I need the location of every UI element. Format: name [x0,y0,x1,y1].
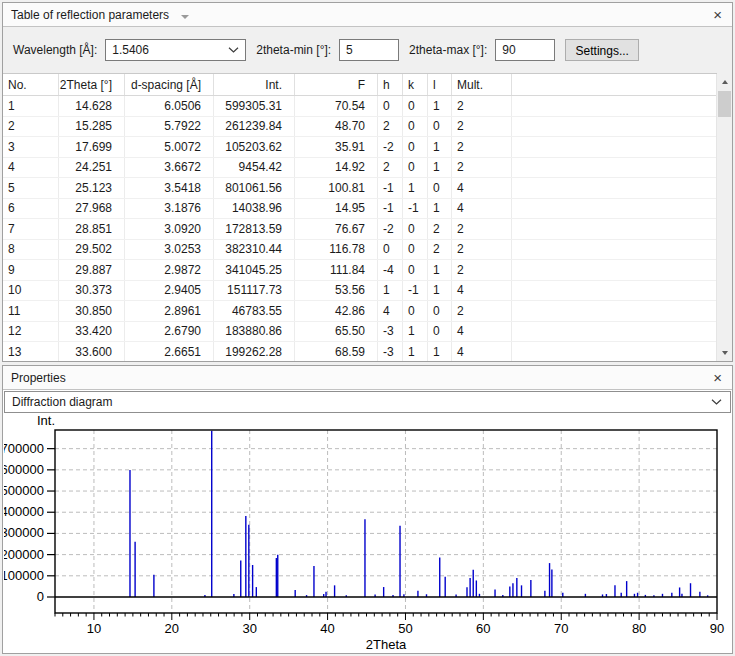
table-cell: 14.628 [59,96,125,116]
table-row[interactable]: 114.6286.0506599305.3170.540012 [3,96,717,117]
x-tick-label: 40 [320,621,334,636]
table-cell: 1 [428,96,452,116]
table-row[interactable]: 525.1233.5418801061.56100.81-1104 [3,178,717,199]
empty-cell [512,158,717,178]
y-tick-label: 600000 [4,462,44,477]
table-row[interactable]: 1130.8502.896146783.5542.864002 [3,301,717,322]
theta-max-value: 90 [502,43,515,57]
table-cell: 2.9872 [125,260,214,280]
chevron-down-icon [228,47,239,53]
theta-max-label: 2theta-max [°]: [409,43,487,57]
table-cell: -2 [378,219,403,239]
column-header: Int. [214,74,295,95]
scroll-down-button[interactable] [717,345,732,361]
x-tick-label: 60 [476,621,490,636]
table-cell: 35.91 [295,137,378,157]
table-cell: 116.78 [295,240,378,260]
properties-panel-close-button[interactable]: × [711,370,724,385]
table-cell: 1 [428,137,452,157]
theta-min-label: 2theta-min [°]: [256,43,331,57]
wavelength-combobox[interactable]: 1.5406 [105,39,246,61]
table-row[interactable]: 1233.4202.6790183880.8665.50-3104 [3,322,717,343]
table-cell: 2 [452,240,512,260]
table-cell: 5.7922 [125,117,214,137]
x-tick-label: 70 [554,621,568,636]
table-cell: -3 [378,322,403,342]
table-row[interactable]: 627.9683.187614038.9614.95-1-114 [3,199,717,220]
table-cell: 105203.62 [214,137,295,157]
y-tick-label: 0 [37,589,44,604]
empty-cell [512,281,717,301]
table-scrollbar[interactable] [716,74,732,361]
table-cell: 151117.73 [214,281,295,301]
table-cell: 4 [378,301,403,321]
theta-min-value: 5 [346,43,353,57]
table-cell: 1 [378,281,403,301]
table-panel-title: Table of reflection parameters [11,8,169,22]
reflection-table: No.2Theta [°]d-spacing [Å]Int.FhklMult.1… [3,73,717,361]
theta-max-input[interactable]: 90 [495,39,555,61]
table-row[interactable]: 215.2855.7922261239.8448.702002 [3,117,717,138]
scrollbar-thumb[interactable] [718,91,731,117]
scroll-up-button[interactable] [717,74,732,90]
empty-cell [512,74,717,95]
table-cell: 25.123 [59,178,125,198]
triangle-up-icon [722,80,728,84]
table-cell: 4 [3,158,59,178]
table-cell: 2 [452,158,512,178]
panel-menu-arrow-icon[interactable] [181,15,189,19]
settings-button[interactable]: Settings... [565,39,639,61]
table-cell: 1 [428,158,452,178]
table-row[interactable]: 929.8872.9872341045.25111.84-4012 [3,260,717,281]
table-cell: 76.67 [295,219,378,239]
table-cell: 30.850 [59,301,125,321]
wavelength-value: 1.5406 [112,43,149,57]
table-row[interactable]: 728.8513.0920172813.5976.67-2022 [3,219,717,240]
y-axis-title: Int. [37,415,55,428]
table-cell: 172813.59 [214,219,295,239]
table-cell: 1 [428,260,452,280]
table-cell: 5 [3,178,59,198]
table-panel-close-button[interactable]: × [711,7,724,22]
chevron-down-icon [711,399,722,405]
properties-panel-title: Properties [11,371,66,385]
table-cell: 10 [3,281,59,301]
empty-cell [512,219,717,239]
table-row[interactable]: 1333.6002.6651199262.2868.59-3114 [3,342,717,361]
table-cell: 261239.84 [214,117,295,137]
empty-cell [512,199,717,219]
x-tick-label: 50 [398,621,412,636]
table-cell: 13 [3,342,59,361]
properties-panel: Properties × Diffraction diagram 1020304… [2,365,733,654]
table-cell: 2.9405 [125,281,214,301]
table-cell: 0 [403,260,428,280]
table-row[interactable]: 1030.3732.9405151117.7353.561-114 [3,281,717,302]
table-cell: 14.95 [295,199,378,219]
x-axis-title: 2Theta [366,637,407,652]
table-cell: 0 [428,322,452,342]
diagram-type-dropdown[interactable]: Diffraction diagram [4,391,731,413]
column-header: d-spacing [Å] [125,74,214,95]
table-cell: 0 [403,96,428,116]
table-cell: 199262.28 [214,342,295,361]
table-cell: 1 [428,342,452,361]
table-cell: 2 [428,240,452,260]
table-row[interactable]: 829.5023.0253382310.44116.780022 [3,240,717,261]
table-cell: 4 [452,281,512,301]
table-cell: 24.251 [59,158,125,178]
table-cell: 15.285 [59,117,125,137]
table-cell: 7 [3,219,59,239]
table-cell: 341045.25 [214,260,295,280]
empty-cell [512,137,717,157]
table-cell: 42.86 [295,301,378,321]
table-cell: 801061.56 [214,178,295,198]
table-cell: 2 [452,260,512,280]
table-cell: 2 [452,117,512,137]
x-tick-label: 80 [632,621,646,636]
table-cell: -4 [378,260,403,280]
table-row[interactable]: 424.2513.66729454.4214.922012 [3,158,717,179]
theta-min-input[interactable]: 5 [339,39,399,61]
diffraction-diagram[interactable]: 1020304050607080900100000200000300000400… [4,415,731,653]
table-row[interactable]: 317.6995.0072105203.6235.91-2012 [3,137,717,158]
table-cell: 6 [3,199,59,219]
